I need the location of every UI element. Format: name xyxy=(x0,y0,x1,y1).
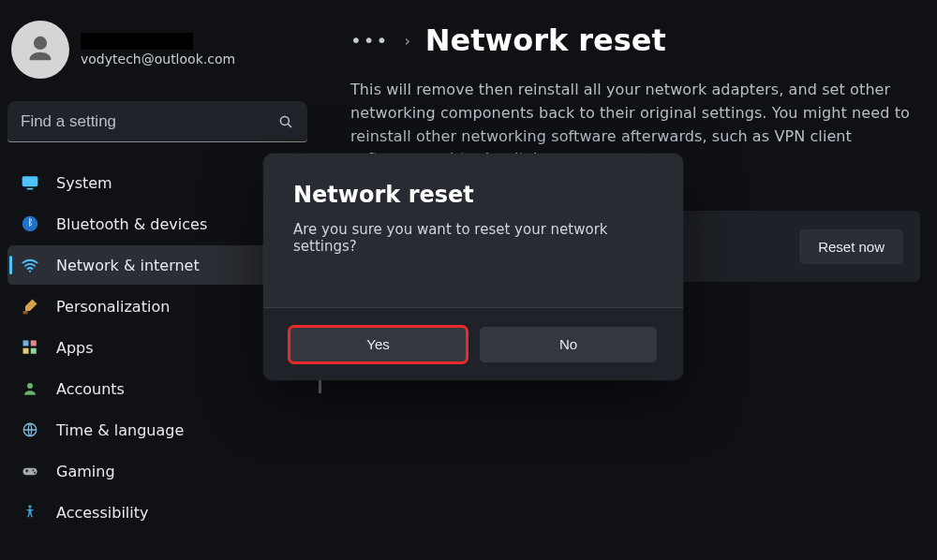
svg-point-18 xyxy=(28,505,31,508)
sidebar-item-personalization[interactable]: Personalization xyxy=(7,287,307,326)
person-icon xyxy=(21,379,39,398)
sidebar-item-accounts[interactable]: Accounts xyxy=(7,369,307,408)
svg-rect-10 xyxy=(31,348,37,354)
sidebar-item-label: Accounts xyxy=(56,380,296,398)
brush-icon xyxy=(21,297,39,316)
dialog-actions: Yes No xyxy=(263,307,683,380)
sidebar-item-accessibility[interactable]: Accessibility xyxy=(7,493,307,532)
svg-point-11 xyxy=(27,383,33,389)
profile-email: vodytech@outlook.com xyxy=(81,52,235,66)
svg-point-15 xyxy=(34,472,36,474)
breadcrumb-more-icon[interactable]: ••• xyxy=(350,29,389,52)
sidebar-item-label: Apps xyxy=(56,339,296,357)
confirm-dialog: Network reset Are you sure you want to r… xyxy=(263,154,683,380)
svg-rect-6 xyxy=(23,311,28,314)
search-input[interactable] xyxy=(21,112,277,131)
dialog-message: Are you sure you want to reset your netw… xyxy=(293,221,653,255)
reset-now-button[interactable]: Reset now xyxy=(799,229,903,264)
gamepad-icon xyxy=(21,462,39,480)
globe-icon xyxy=(21,420,39,439)
sidebar-item-label: Gaming xyxy=(56,463,296,480)
chevron-right-icon: › xyxy=(404,32,409,50)
svg-rect-8 xyxy=(31,341,37,346)
profile-text: vodytech@outlook.com xyxy=(81,33,235,66)
apps-icon xyxy=(21,338,39,357)
no-button[interactable]: No xyxy=(480,327,657,362)
sidebar-item-gaming[interactable]: Gaming xyxy=(7,451,307,491)
svg-rect-17 xyxy=(26,469,27,472)
svg-rect-7 xyxy=(23,341,29,346)
sidebar-item-apps[interactable]: Apps xyxy=(7,328,307,367)
dialog-title: Network reset xyxy=(293,182,653,208)
svg-point-14 xyxy=(32,469,34,471)
sidebar-item-label: Accessibility xyxy=(56,504,296,522)
system-icon xyxy=(21,173,39,192)
profile[interactable]: vodytech@outlook.com xyxy=(7,17,307,90)
sidebar-item-label: Time & language xyxy=(56,421,296,439)
breadcrumb: ••• › Network reset xyxy=(350,22,920,58)
search-box[interactable] xyxy=(7,101,307,142)
sidebar-item-label: System xyxy=(56,174,296,192)
svg-rect-13 xyxy=(23,468,37,476)
bluetooth-icon xyxy=(21,214,39,233)
search-icon xyxy=(277,113,294,130)
nav: System Bluetooth & devices Network & int… xyxy=(7,163,307,532)
page-title: Network reset xyxy=(425,22,666,58)
dialog-body: Network reset Are you sure you want to r… xyxy=(263,154,683,307)
sidebar-item-time-language[interactable]: Time & language xyxy=(7,410,307,449)
wifi-icon xyxy=(21,256,39,274)
svg-rect-3 xyxy=(27,188,34,190)
svg-point-5 xyxy=(29,271,31,273)
sidebar-item-system[interactable]: System xyxy=(7,163,307,202)
yes-button[interactable]: Yes xyxy=(290,327,467,362)
profile-name xyxy=(81,33,193,50)
svg-rect-9 xyxy=(23,348,29,354)
accessibility-icon xyxy=(21,503,39,522)
svg-point-0 xyxy=(280,116,289,125)
svg-rect-2 xyxy=(22,176,38,186)
sidebar-item-label: Bluetooth & devices xyxy=(56,215,296,233)
sidebar-item-bluetooth[interactable]: Bluetooth & devices xyxy=(7,204,307,243)
avatar xyxy=(11,21,69,79)
sidebar-item-label: Network & internet xyxy=(56,257,296,274)
sidebar-item-label: Personalization xyxy=(56,298,296,316)
sidebar-item-network[interactable]: Network & internet xyxy=(7,245,307,285)
svg-line-1 xyxy=(288,124,291,127)
